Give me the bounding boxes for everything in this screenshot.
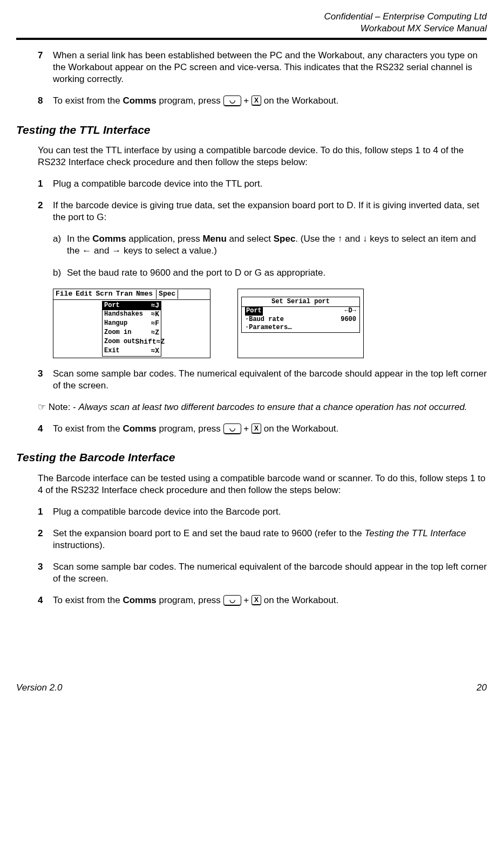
bc-item-3-text: Scan some sample bar codes. The numerica… xyxy=(53,561,487,585)
ttl-sub-b-text: Set the baud rate to 9600 and the port t… xyxy=(67,267,487,279)
menubar-scrn: Scrn xyxy=(96,290,112,299)
bc-item-2: 2 Set the expansion board port to E and … xyxy=(38,528,487,551)
ttl4-post: program, press xyxy=(157,423,223,434)
item-8-num: 8 xyxy=(38,95,53,107)
menu-exit: Exit≈X xyxy=(103,347,161,356)
dlg-port-l: Port xyxy=(245,307,263,316)
bc4-plus: + xyxy=(241,595,252,605)
dlg-baud-r: 9600 xyxy=(341,316,356,324)
ttl-item-2: 2 If the barcode device is giving true d… xyxy=(38,200,487,223)
header-rule xyxy=(16,38,487,40)
menu-hangup: Hangup≈F xyxy=(103,319,161,329)
page-footer: Version 2.0 20 xyxy=(16,682,487,694)
bc-item-3-num: 3 xyxy=(38,561,53,585)
footer-version: Version 2.0 xyxy=(16,682,62,694)
ttl4-bold: Comms xyxy=(123,423,156,434)
lcd-menu-screenshot: File Edit Scrn Tran Nmes Spec Port≈J Han… xyxy=(53,289,210,358)
bc2-t2: instructions). xyxy=(53,540,105,550)
ttl4-pre: To exist from the xyxy=(53,423,123,434)
ttl4-plus: + xyxy=(241,423,252,434)
ttl4-tail: on the Workabout. xyxy=(261,423,338,434)
dlg-port-r: ←D→ xyxy=(344,307,356,316)
ttl-item-3-text: Scan some sample bar codes. The numerica… xyxy=(53,368,487,392)
menu-zi-r: ≈Z xyxy=(151,329,159,338)
bc-item-1-text: Plug a compatible barcode device into th… xyxy=(53,506,487,518)
menu-ex-r: ≈X xyxy=(151,347,159,356)
menu-handshakes: Handshakes≈K xyxy=(103,310,161,319)
ttl-sub-b: b) Set the baud rate to 9600 and the por… xyxy=(53,267,487,279)
ttl-sub-a-lbl: a) xyxy=(53,233,67,257)
item-8-post: program, press xyxy=(157,95,223,106)
psion-key-icon: ◡ xyxy=(223,95,241,106)
menubar-file: File xyxy=(56,290,72,299)
note-it: Always scan at least two different barco… xyxy=(78,402,467,412)
bc-item-1-num: 1 xyxy=(38,506,53,518)
x-key-icon: X xyxy=(252,595,261,605)
menubar-nmes: Nmes xyxy=(136,290,153,299)
item-8-bold: Comms xyxy=(123,95,156,106)
lcd-screenshots: File Edit Scrn Tran Nmes Spec Port≈J Han… xyxy=(53,289,487,358)
bc2-it: Testing the TTL Interface xyxy=(364,528,466,538)
ttl-item-3: 3 Scan some sample bar codes. The numeri… xyxy=(38,368,487,392)
lcd-dialog-screenshot: Set Serial port Port←D→ ·Baud rate9600 ·… xyxy=(237,289,364,358)
bc-item-2-num: 2 xyxy=(38,528,53,551)
x-key-icon: X xyxy=(252,423,261,433)
bc4-tail: on the Workabout. xyxy=(261,595,338,605)
x-key-icon: X xyxy=(252,95,261,105)
menu-port: Port≈J xyxy=(103,302,161,311)
item-8: 8 To exist from the Comms program, press… xyxy=(38,95,487,107)
top-list: 7 When a serial link has been establishe… xyxy=(38,50,487,107)
ttl-a-b1: Comms xyxy=(92,234,126,244)
heading-barcode: Testing the Barcode Interface xyxy=(16,450,487,464)
bc4-post: program, press xyxy=(157,595,223,605)
lcd-menubar: File Edit Scrn Tran Nmes Spec xyxy=(53,289,210,300)
menubar-spec: Spec xyxy=(156,290,178,299)
dialog-row-params: ·Parameters… xyxy=(242,324,359,332)
ttl-sub-a: a) In the Comms application, press Menu … xyxy=(53,233,487,257)
menu-port-l: Port xyxy=(104,302,120,311)
bc4-bold: Comms xyxy=(123,595,156,605)
ttl-a-t1: In the xyxy=(67,234,92,244)
item-8-plus: + xyxy=(241,95,252,106)
ttl-item-4: 4 To exist from the Comms program, press… xyxy=(38,423,487,435)
barcode-block: The Barcode interface can be tested usin… xyxy=(38,473,487,607)
bc-item-4: 4 To exist from the Comms program, press… xyxy=(38,594,487,606)
dlg-baud-l: Baud rate xyxy=(249,316,284,323)
dlg-par-l: Parameters… xyxy=(249,324,291,331)
dialog-row-port: Port←D→ xyxy=(242,307,359,316)
footer-page: 20 xyxy=(477,682,487,694)
bc-item-2-body: Set the expansion board port to E and se… xyxy=(53,528,487,551)
bc-item-4-body: To exist from the Comms program, press ◡… xyxy=(53,594,487,606)
bc4-pre: To exist from the xyxy=(53,595,123,605)
menubar-edit: Edit xyxy=(76,290,92,299)
item-8-body: To exist from the Comms program, press ◡… xyxy=(53,95,487,107)
ttl-a-t3: and select xyxy=(227,234,274,244)
ttl-item-1-num: 1 xyxy=(38,178,53,190)
menu-zo-r: Shift≈Z xyxy=(135,338,165,347)
menu-zoomin: Zoom in≈Z xyxy=(103,329,161,338)
header-line2: Workabout MX Service Manual xyxy=(16,23,487,35)
psion-key-icon: ◡ xyxy=(223,423,241,434)
ttl-item-1: 1 Plug a compatible barcode device into … xyxy=(38,178,487,190)
lcd-dialog-title: Set Serial port xyxy=(242,297,359,307)
menu-hs-l: Handshakes xyxy=(104,310,143,319)
ttl-note: ☞ Note: - Always scan at least two diffe… xyxy=(38,401,487,413)
ttl-item-2-text: If the barcode device is giving true dat… xyxy=(53,200,487,223)
ttl-a-t2: application, press xyxy=(126,234,203,244)
lcd-dialog: Set Serial port Port←D→ ·Baud rate9600 ·… xyxy=(241,297,360,333)
item-7-text: When a serial link has been established … xyxy=(53,50,487,85)
dialog-row-baud: ·Baud rate9600 xyxy=(242,316,359,324)
ttl-intro: You can test the TTL interface by using … xyxy=(38,145,487,168)
menu-zoomout: Zoom outShift≈Z xyxy=(103,338,161,347)
heading-ttl: Testing the TTL Interface xyxy=(16,122,487,137)
menu-zo-l: Zoom out xyxy=(104,338,135,347)
ttl-sub-a-body: In the Comms application, press Menu and… xyxy=(67,233,487,257)
ttl-item-2-num: 2 xyxy=(38,200,53,223)
ttl-item-4-num: 4 xyxy=(38,423,53,435)
bc-item-3: 3 Scan some sample bar codes. The numeri… xyxy=(38,561,487,585)
item-7: 7 When a serial link has been establishe… xyxy=(38,50,487,85)
menu-hs-r: ≈K xyxy=(151,310,159,319)
psion-key-icon: ◡ xyxy=(223,595,241,605)
menu-ex-l: Exit xyxy=(104,347,120,356)
lcd-dialog-body: Port←D→ ·Baud rate9600 ·Parameters… xyxy=(242,307,359,332)
